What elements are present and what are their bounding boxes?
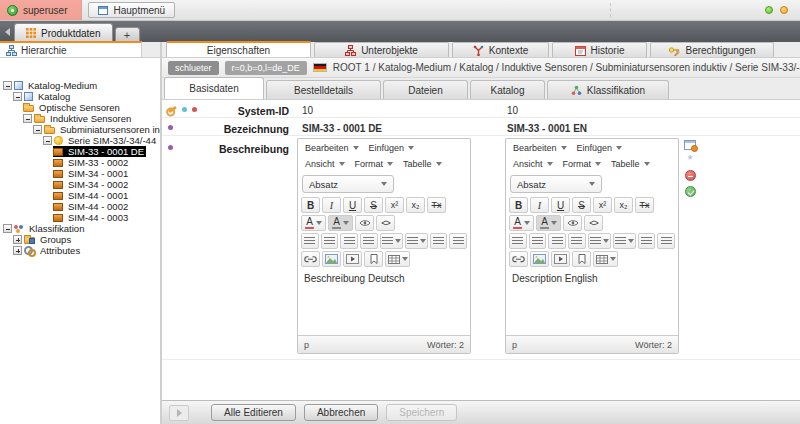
tree-item[interactable]: Attributes: [0, 245, 160, 256]
source-code-button[interactable]: <>: [376, 215, 395, 231]
paragraph-format-select[interactable]: Absatz: [510, 175, 602, 193]
menu-bearbeiten[interactable]: Bearbeiten: [300, 140, 364, 156]
numbered-list-button[interactable]: [613, 233, 636, 249]
tree-item-selected[interactable]: SIM-33 - 0001 DE: [0, 146, 160, 157]
menu-einfuegen[interactable]: Einfügen: [364, 140, 420, 156]
expand-icon[interactable]: [13, 246, 22, 255]
tab-katalog[interactable]: Katalog: [470, 80, 545, 99]
align-left-button[interactable]: [301, 233, 319, 249]
collapse-icon[interactable]: [3, 81, 12, 90]
tree-item[interactable]: Klassifikation: [0, 223, 160, 234]
paragraph-format-select[interactable]: Absatz: [302, 175, 394, 193]
tree-item[interactable]: Induktive Sensoren: [0, 113, 160, 124]
bold-button[interactable]: B: [509, 197, 528, 213]
align-center-button[interactable]: [529, 233, 547, 249]
main-menu-button[interactable]: Hauptmenü: [88, 2, 175, 18]
tree-item[interactable]: SIM-33 - 0002: [0, 157, 160, 168]
subscript-button[interactable]: x₂: [406, 197, 425, 213]
editor-content-en[interactable]: Description English: [506, 269, 678, 335]
bullet-list-button[interactable]: [588, 233, 611, 249]
current-user-chip[interactable]: superuser: [0, 0, 82, 20]
superscript-button[interactable]: x²: [593, 197, 612, 213]
strikethrough-button[interactable]: S: [572, 197, 591, 213]
menu-tabelle[interactable]: Tabelle: [606, 156, 655, 172]
align-right-button[interactable]: [548, 233, 566, 249]
tab-produktdaten[interactable]: Produktdaten: [14, 23, 113, 42]
tab-hierarchie[interactable]: Hierarchie: [0, 41, 142, 57]
tab-unterobjekte[interactable]: Unterobjekte: [314, 42, 449, 57]
remove-value-icon[interactable]: [685, 170, 696, 181]
menu-format[interactable]: Format: [350, 156, 399, 172]
tree-item[interactable]: SIM-34 - 0001: [0, 168, 160, 179]
text-color-button[interactable]: A: [509, 215, 534, 231]
indent-button[interactable]: [657, 233, 675, 249]
next-button[interactable]: [169, 405, 189, 421]
menu-format[interactable]: Format: [558, 156, 607, 172]
tree-item[interactable]: Subminiatursensoren induktiv: [0, 124, 160, 135]
tree-item[interactable]: Serie SIM-33/-34/-44: [0, 135, 160, 146]
tab-basisdaten[interactable]: Basisdaten: [164, 77, 264, 99]
collapse-icon[interactable]: [13, 92, 22, 101]
outdent-button[interactable]: [638, 233, 656, 249]
menu-tabelle[interactable]: Tabelle: [398, 156, 447, 172]
save-button[interactable]: Speichern: [386, 404, 457, 421]
edit-all-button[interactable]: Alle Editieren: [211, 404, 296, 421]
preview-button[interactable]: [563, 215, 582, 231]
subscript-button[interactable]: x₂: [614, 197, 633, 213]
open-popup-editor-icon[interactable]: [684, 140, 696, 150]
table-button[interactable]: [593, 251, 618, 267]
tab-bestelldetails[interactable]: Bestelldetails: [266, 80, 381, 99]
menu-bearbeiten[interactable]: Bearbeiten: [508, 140, 572, 156]
insert-media-button[interactable]: [343, 251, 362, 267]
clear-formatting-button[interactable]: Tx: [635, 197, 654, 213]
menu-einfuegen[interactable]: Einfügen: [572, 140, 628, 156]
underline-button[interactable]: U: [343, 197, 362, 213]
bullet-list-button[interactable]: [380, 233, 403, 249]
tree-item[interactable]: SIM-44 - 0001: [0, 190, 160, 201]
indent-button[interactable]: [449, 233, 467, 249]
numbered-list-button[interactable]: [405, 233, 428, 249]
superscript-button[interactable]: x²: [385, 197, 404, 213]
align-left-button[interactable]: [509, 233, 527, 249]
tree-item[interactable]: SIM-34 - 0002: [0, 179, 160, 190]
italic-button[interactable]: I: [530, 197, 549, 213]
anchor-button[interactable]: [364, 251, 383, 267]
italic-button[interactable]: I: [322, 197, 341, 213]
expand-icon[interactable]: [13, 235, 22, 244]
background-color-button[interactable]: A: [328, 215, 353, 231]
cancel-button[interactable]: Abbrechen: [304, 404, 378, 421]
tree-item[interactable]: Optische Sensoren: [0, 102, 160, 113]
collapse-icon[interactable]: [33, 125, 42, 134]
align-right-button[interactable]: [340, 233, 358, 249]
underline-button[interactable]: U: [551, 197, 570, 213]
tab-klassifikation[interactable]: Klassifikation: [547, 80, 669, 99]
tree-item[interactable]: Groups: [0, 234, 160, 245]
table-button[interactable]: [385, 251, 410, 267]
text-color-button[interactable]: A: [301, 215, 326, 231]
align-center-button[interactable]: [321, 233, 339, 249]
tab-dateien[interactable]: Dateien: [383, 80, 468, 99]
menu-ansicht[interactable]: Ansicht: [508, 156, 558, 172]
source-code-button[interactable]: <>: [584, 215, 603, 231]
tree-item[interactable]: SIM-44 - 0003: [0, 212, 160, 223]
insert-link-button[interactable]: [301, 251, 320, 267]
outdent-button[interactable]: [430, 233, 448, 249]
tab-scroll-left-button[interactable]: [0, 21, 14, 42]
tab-berechtigungen[interactable]: Berechtigungen: [650, 42, 774, 57]
tree-item[interactable]: Katalog-Medium: [0, 80, 160, 91]
insert-image-button[interactable]: [530, 251, 549, 267]
tree-item[interactable]: Katalog: [0, 91, 160, 102]
apply-value-icon[interactable]: [685, 186, 696, 197]
tab-historie[interactable]: Historie: [552, 42, 647, 57]
tree-item[interactable]: SIM-44 - 0002: [0, 201, 160, 212]
insert-media-button[interactable]: [551, 251, 570, 267]
tab-eigenschaften[interactable]: Eigenschaften: [166, 41, 311, 57]
collapse-icon[interactable]: [23, 114, 32, 123]
insert-link-button[interactable]: [509, 251, 528, 267]
new-tab-button[interactable]: +: [115, 27, 140, 42]
menu-ansicht[interactable]: Ansicht: [300, 156, 350, 172]
align-justify-button[interactable]: [568, 233, 586, 249]
editor-content-de[interactable]: Beschreibung Deutsch: [298, 269, 470, 335]
align-justify-button[interactable]: [360, 233, 378, 249]
clear-formatting-button[interactable]: Tx: [427, 197, 446, 213]
